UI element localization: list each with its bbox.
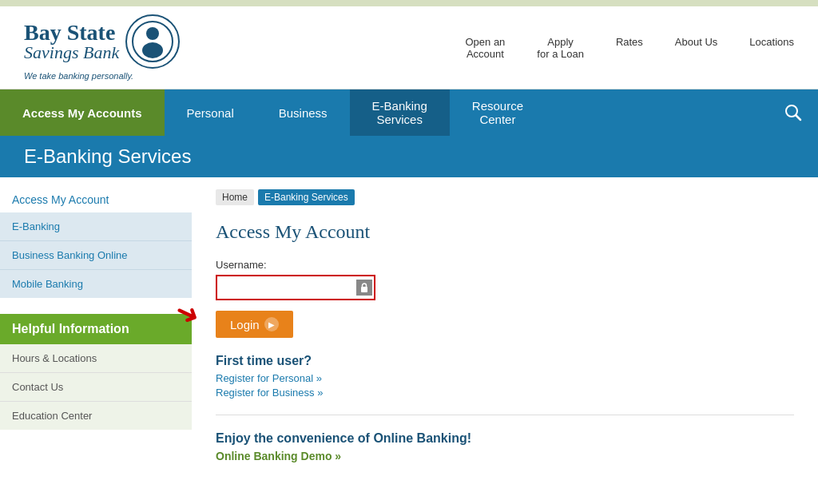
login-play-icon: ▶ — [264, 317, 279, 331]
header: Bay State Savings Bank We take banking p… — [0, 6, 818, 89]
logo-text: Bay State Savings Bank — [24, 22, 119, 62]
sidebar-item-contact-us[interactable]: Contact Us — [0, 373, 192, 402]
helpful-information-header: Helpful Information — [0, 314, 192, 344]
convenience-title: Enjoy the convenience of Online Banking! — [216, 431, 794, 446]
main-nav-access-accounts[interactable]: Access My Accounts — [0, 89, 165, 136]
nav-apply-loan[interactable]: Applyfor a Loan — [537, 36, 584, 60]
username-label: Username: — [216, 259, 794, 271]
top-bar — [0, 0, 818, 6]
login-button-label: Login — [230, 318, 260, 331]
svg-point-2 — [142, 42, 163, 58]
sidebar-menu: E-Banking Business Banking Online Mobile… — [0, 212, 192, 298]
login-button[interactable]: Login ▶ — [216, 311, 293, 338]
sidebar-item-hours-locations[interactable]: Hours & Locations — [0, 344, 192, 373]
sidebar-item-education-center[interactable]: Education Center — [0, 402, 192, 430]
nav-open-account[interactable]: Open anAccount — [465, 36, 505, 60]
page-title-bar: E-Banking Services — [0, 136, 818, 177]
logo-icon — [125, 14, 180, 69]
breadcrumb-home[interactable]: Home — [216, 189, 254, 205]
username-input-wrapper — [216, 275, 375, 300]
header-nav: Open anAccount Applyfor a Loan Rates Abo… — [465, 36, 794, 60]
main-nav: Access My Accounts Personal Business E-B… — [0, 89, 818, 136]
first-time-title: First time user? — [216, 354, 794, 368]
logo-savings: Savings Bank — [24, 44, 119, 62]
input-lock-icon — [356, 280, 372, 296]
sidebar-section-title: Access My Account — [0, 189, 192, 212]
logo-tagline: We take banking personally. — [24, 71, 133, 81]
sidebar: Access My Account E-Banking Business Ban… — [0, 177, 192, 474]
nav-locations[interactable]: Locations — [749, 36, 794, 60]
main-nav-resource-center[interactable]: ResourceCenter — [450, 89, 546, 136]
logo-title: Bay State Savings Bank — [24, 14, 180, 69]
form-title: Access My Account — [216, 221, 794, 243]
first-time-section: First time user? Register for Personal »… — [216, 354, 794, 399]
svg-point-1 — [146, 27, 159, 40]
page-title: E-Banking Services — [24, 145, 794, 168]
main-nav-business[interactable]: Business — [256, 89, 350, 136]
svg-line-4 — [796, 116, 801, 121]
search-icon[interactable] — [768, 89, 818, 136]
sidebar-item-ebanking[interactable]: E-Banking — [0, 212, 192, 241]
logo-area: Bay State Savings Bank We take banking p… — [24, 14, 180, 81]
sidebar-helpful-menu: Hours & Locations Contact Us Education C… — [0, 344, 192, 430]
register-business-link[interactable]: Register for Business » — [216, 387, 794, 399]
sidebar-item-mobile-banking[interactable]: Mobile Banking — [0, 270, 192, 298]
convenience-section: Enjoy the convenience of Online Banking!… — [216, 431, 794, 462]
svg-rect-5 — [361, 287, 367, 292]
form-section: Access My Account Username: ➜ — [216, 221, 794, 462]
nav-rates[interactable]: Rates — [616, 36, 643, 60]
main-nav-ebanking[interactable]: E-BankingServices — [350, 89, 450, 136]
section-divider — [216, 415, 794, 415]
breadcrumb-ebanking[interactable]: E-Banking Services — [258, 189, 355, 205]
online-banking-demo-link[interactable]: Online Banking Demo » — [216, 450, 341, 462]
main-nav-personal[interactable]: Personal — [165, 89, 256, 136]
nav-about-us[interactable]: About Us — [675, 36, 717, 60]
breadcrumb: Home E-Banking Services — [216, 189, 794, 205]
sidebar-item-business-banking[interactable]: Business Banking Online — [0, 241, 192, 270]
username-input[interactable] — [216, 275, 375, 300]
content-area: Access My Account E-Banking Business Ban… — [0, 177, 818, 474]
register-personal-link[interactable]: Register for Personal » — [216, 372, 794, 384]
logo-bay: Bay State — [24, 22, 115, 44]
main-content: Home E-Banking Services Access My Accoun… — [192, 177, 818, 474]
